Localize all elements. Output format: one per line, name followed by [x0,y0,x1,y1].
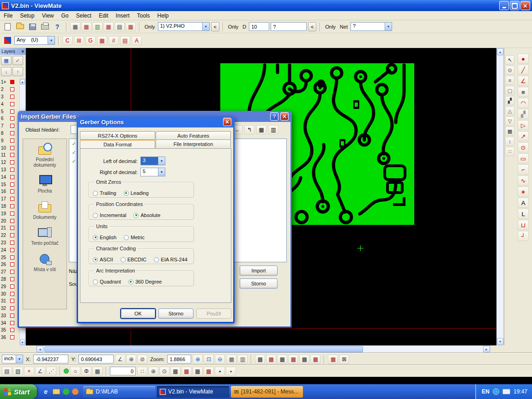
draw-arc-tool[interactable]: ◠ [518,98,529,108]
layer-color-swatch[interactable] [10,80,14,84]
draw-pad-tool[interactable]: ● [518,54,529,64]
dcode-query-field[interactable]: ? [271,22,307,31]
layer-row-35[interactable]: 35 [0,326,19,334]
radio-ascii[interactable]: ASCII [93,257,113,262]
table-x-icon[interactable]: ⊠ [339,355,349,364]
layer-color-swatch[interactable] [10,284,14,289]
menu-file[interactable]: File [0,12,16,20]
import-button[interactable]: Import [240,266,278,276]
layer-color-swatch[interactable] [10,87,14,91]
scroll-down-icon[interactable] [497,338,503,345]
anchor2-icon[interactable]: ⊕ [148,367,158,376]
views-icon[interactable]: ▥ [268,125,278,134]
place-tento-po-ta[interactable]: Tento počítač [24,226,66,246]
layer-row-20[interactable]: 20 [0,217,19,224]
pad-display-icon-2[interactable]: ▩ [266,355,276,364]
draw-line-tool[interactable]: ╱ [518,65,529,75]
start-button[interactable]: Start [0,384,37,399]
layer-row-25[interactable]: 25 [0,254,19,261]
layer-row-21[interactable]: 21 [0,224,19,232]
draw-vector-tool[interactable]: ↗ [518,131,529,141]
layer-row-27[interactable]: 27 [0,268,19,276]
keyboard-icon[interactable] [502,389,510,394]
draw-curve-tool[interactable]: ∿ [518,175,529,186]
up-folder-icon[interactable]: ↰ [244,125,254,134]
pad-display-icon-1[interactable]: ▩ [255,355,265,364]
prev-file-button[interactable]: < [211,22,219,31]
right-of-decimal-combo[interactable]: 5 [140,168,165,176]
grid-select-tool[interactable]: ▩ [505,127,514,136]
help-pointer-icon[interactable]: ? [52,22,63,32]
layer-move-up-icon[interactable]: ↑ [12,67,23,76]
zoom-out-icon[interactable]: ⊖ [215,355,225,364]
radio-leading[interactable]: Leading [124,190,149,196]
layer-color-swatch[interactable] [10,124,14,128]
film-table-icon-3[interactable]: ▥ [92,22,103,31]
open-file-icon[interactable] [14,22,25,32]
layer-move-down-icon[interactable]: ↓ [1,67,12,76]
pad-display-icon-4[interactable]: ▩ [288,355,298,364]
layer-copy-icon[interactable]: ▤ [2,367,12,376]
menu-edit[interactable]: Edit [95,12,112,20]
layer-row-29[interactable]: 29 [0,283,19,290]
pad-dark-icon-2[interactable]: ▪ [226,367,236,376]
storno-button[interactable]: Storno [158,308,193,319]
layer-color-swatch[interactable] [10,175,14,179]
menu-help[interactable]: Help [154,12,173,20]
radio-metric[interactable]: Metric [124,235,145,240]
print-icon[interactable] [39,22,50,32]
layer-color-swatch[interactable] [10,328,14,332]
scroll-right-icon[interactable] [483,346,490,352]
close-icon[interactable] [223,118,231,126]
scroll-up-icon[interactable] [497,48,503,55]
gerber-dialog-title-bar[interactable]: Gerber Options [78,116,233,127]
title-bar[interactable]: V2.bin - ViewMate [0,0,532,11]
place-m-sta-v-s-ti[interactable]: Místa v síti [24,253,66,272]
radio-eia-rs-244[interactable]: EIA RS-244 [154,257,187,262]
radio-english[interactable]: English [93,235,116,240]
net-combo[interactable]: ? [351,22,392,31]
film-table-icon-1[interactable]: ▦ [70,22,80,31]
tab-data-format[interactable]: Data Format [80,139,155,148]
tab-file-interpretation[interactable]: File Interpretation [156,139,231,148]
file-check-icon-3[interactable]: ✓ [71,158,77,164]
dots-grid-icon[interactable]: ∷ [137,367,147,376]
layer-row-30[interactable]: 30 [0,290,19,297]
zoom-value-field[interactable]: 1.8866 [167,355,191,363]
layer-row-12[interactable]: 12 [0,159,19,166]
scroll-up-icon[interactable] [20,79,25,85]
layer-color-swatch[interactable] [10,204,14,208]
place-dokumenty[interactable]: Dokumenty [24,200,66,220]
dcode-c-tool[interactable]: C [62,36,73,45]
quick-launch-browser-icon[interactable] [72,388,79,395]
layer-row-34[interactable]: 34 [0,319,19,326]
grid-toggle-icon-1[interactable]: ▦ [226,355,236,364]
menu-view[interactable]: View [38,12,58,20]
clock[interactable]: 19:47 [514,388,527,395]
tab-rs274-x-options[interactable]: RS274-X Options [80,131,155,139]
layer-row-5[interactable]: 5 [0,108,19,115]
pad-pattern-icon-4[interactable]: ▩ [204,367,214,376]
film-table-icon-5[interactable]: ▤ [115,22,125,31]
measure-diagonal-icon[interactable]: ∠ [115,355,125,364]
storno-button[interactable]: Storno [240,278,278,289]
layer-color-swatch[interactable] [10,226,14,230]
layer-edit-icon[interactable]: ✓ [12,56,23,65]
layer-color-swatch[interactable] [10,241,14,245]
measure-down-tool[interactable]: ▽ [505,116,514,126]
tab-auto-features[interactable]: Auto Features [156,131,231,139]
scroll-down-icon[interactable] [20,339,25,345]
pad-display-icon-5[interactable]: ▩ [299,355,309,364]
menu-tools[interactable]: Tools [133,12,154,20]
menu-select[interactable]: Select [73,12,95,20]
draw-polyline-tool[interactable]: ∠ [518,76,529,86]
cascade-icon[interactable]: ▧ [13,367,23,376]
anchor-icon[interactable]: ⊘ [137,355,147,364]
highlight-count-field[interactable]: 0 [110,367,136,375]
horizontal-scroll-thumb[interactable] [44,346,363,352]
layer-color-swatch[interactable] [10,131,14,135]
aperture-list-icon[interactable] [2,36,13,46]
only-file-label[interactable]: Only [143,24,157,30]
zoom-window-icon[interactable]: ⊡ [204,355,214,364]
file-combo[interactable]: 1) V2.PHO [158,22,210,31]
